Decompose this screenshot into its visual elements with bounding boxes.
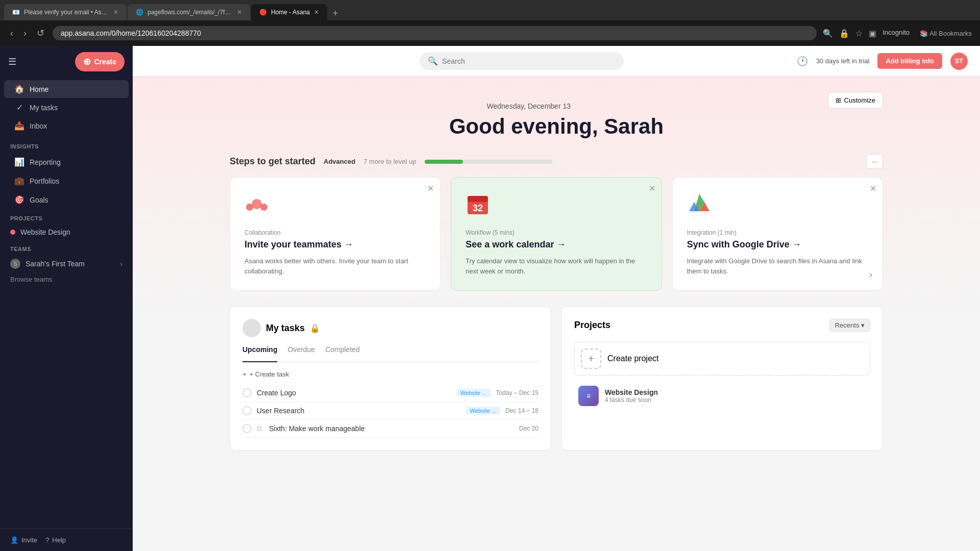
new-tab-button[interactable]: + — [328, 6, 342, 20]
star-icon[interactable]: ☆ — [855, 29, 863, 38]
tab-1[interactable]: 📧 Please verify your email • Asana ✕ — [4, 4, 127, 20]
app-container: ☰ ⊕ Create 🏠 Home ✓ My tasks 📥 Inbox Ins… — [0, 46, 980, 551]
plus-icon: + — [242, 370, 247, 378]
url-input[interactable] — [53, 26, 817, 40]
sidebar-top: ☰ ⊕ Create — [0, 46, 133, 78]
create-task-button[interactable]: + + Create task — [242, 370, 289, 378]
task-item-3: ⊡ Sixth: Make work manageable Dec 20 — [242, 420, 538, 438]
projects-title: Projects — [574, 320, 610, 331]
sidebar-item-portfolios[interactable]: 💼 Portfolios — [4, 172, 129, 190]
card-2-desc: Try calendar view to visualize how work … — [465, 256, 647, 276]
sidebar-item-goals[interactable]: 🎯 Goals — [4, 191, 129, 209]
task-1-date: Today – Dec 15 — [496, 389, 538, 396]
tab-overdue[interactable]: Overdue — [287, 345, 315, 358]
create-button[interactable]: ⊕ Create — [75, 52, 125, 71]
task-actions: + + Create task — [242, 370, 538, 378]
sidebar-team-sarahs-first[interactable]: S Sarah's First Team › — [0, 255, 133, 272]
more-options-button[interactable]: ··· — [866, 154, 883, 169]
google-drive-card: ✕ Integration (1 min) — [672, 177, 883, 291]
back-button[interactable]: ‹ — [8, 26, 15, 41]
sidebar-nav: 🏠 Home ✓ My tasks 📥 Inbox — [0, 78, 133, 137]
search-input[interactable] — [442, 57, 616, 65]
sidebar-item-inbox[interactable]: 📥 Inbox — [4, 117, 129, 135]
add-billing-button[interactable]: Add billing info — [877, 53, 942, 69]
google-drive-icon — [687, 192, 868, 221]
hamburger-menu[interactable]: ☰ — [8, 56, 16, 67]
card-1-category: Collaboration — [244, 229, 426, 236]
header-right: 🕐 30 days left in trial Add billing info… — [797, 53, 968, 70]
bookmarks-label[interactable]: 📚 All Bookmarks — [920, 30, 972, 37]
invite-button[interactable]: 👤 Invite — [10, 536, 37, 544]
task-2-name: User Research — [257, 407, 461, 415]
progress-bar-wrap — [425, 160, 552, 164]
svg-point-0 — [252, 199, 262, 209]
avatar[interactable]: ST — [950, 53, 968, 70]
card-3-category: Integration (1 min) — [687, 229, 868, 236]
card-1-close[interactable]: ✕ — [427, 184, 434, 193]
task-item-2: User Research Website ... Dec 14 – 18 — [242, 402, 538, 420]
steps-title: Steps to get started — [230, 156, 315, 167]
sidebar-item-my-tasks[interactable]: ✓ My tasks — [4, 98, 129, 116]
tab-3[interactable]: 🔴 Home - Asana ✕ — [251, 4, 327, 20]
project-sub: 4 tasks due soon — [605, 396, 658, 404]
lock-icon: 🔒 — [310, 323, 320, 333]
recents-dropdown[interactable]: Recents ▾ — [829, 319, 870, 332]
card-1-title[interactable]: Invite your teammates → — [244, 239, 426, 250]
customize-button[interactable]: ⊞ Customize — [828, 92, 883, 109]
task-item-1: Create Logo Website ... Today – Dec 15 — [242, 384, 538, 402]
content-area: ⊞ Customize Wednesday, December 13 Good … — [133, 77, 980, 551]
invite-teammates-card: ✕ Collaboration Invite your teammates → … — [230, 177, 440, 291]
help-button[interactable]: ? Help — [45, 536, 66, 544]
card-3-close[interactable]: ✕ — [870, 184, 876, 193]
card-2-close[interactable]: ✕ — [649, 184, 655, 193]
tab-3-close[interactable]: ✕ — [314, 9, 319, 16]
goals-icon: 🎯 — [14, 195, 24, 205]
steps-header: Steps to get started Advanced 7 more to … — [230, 154, 883, 169]
date-display: Wednesday, December 13 — [230, 102, 883, 110]
my-tasks-card: My tasks 🔒 Upcoming Overdue Completed + … — [230, 306, 551, 450]
extension-icon[interactable]: 🔒 — [839, 29, 849, 38]
tab-2[interactable]: 🌐 pageflows.com/_/emails/_/7fb5... ✕ — [128, 4, 250, 20]
progress-bar — [425, 160, 463, 164]
insights-section-label: Insights — [0, 137, 133, 153]
trial-text: 30 days left in trial — [816, 57, 870, 65]
tab-upcoming[interactable]: Upcoming — [242, 345, 277, 362]
content-inner: ⊞ Customize Wednesday, December 13 Good … — [199, 77, 914, 466]
sidebar-project-website-design[interactable]: Website Design — [0, 224, 133, 240]
clock-icon[interactable]: 🕐 — [797, 56, 808, 67]
sidebar-item-home[interactable]: 🏠 Home — [4, 80, 129, 98]
projects-card: Projects Recents ▾ + Create project ≡ — [561, 306, 883, 450]
inbox-icon: 📥 — [14, 121, 24, 131]
browse-teams-link[interactable]: Browse teams — [0, 272, 133, 286]
create-project-icon: + — [581, 348, 601, 369]
card-3-title[interactable]: Sync with Google Drive → — [687, 239, 868, 250]
reload-button[interactable]: ↺ — [35, 26, 46, 41]
card-3-arrow: › — [869, 269, 872, 280]
task-3-checkbox[interactable] — [242, 424, 252, 433]
work-calendar-card: ✕ 32 Workflow (5 mins) See a work calend… — [451, 177, 662, 291]
tab-completed[interactable]: Completed — [325, 345, 360, 358]
task-avatar — [242, 319, 261, 337]
project-item-website-design[interactable]: ≡ Website Design 4 tasks due soon — [574, 382, 870, 410]
help-icon: ? — [45, 536, 49, 544]
calendar-icon: 32 — [465, 192, 647, 221]
create-project-button[interactable]: + Create project — [574, 342, 870, 375]
search-icon[interactable]: 🔍 — [823, 29, 833, 38]
task-2-checkbox[interactable] — [242, 406, 252, 415]
task-1-checkbox[interactable] — [242, 388, 252, 397]
tasks-icon: ✓ — [14, 103, 24, 112]
card-2-title[interactable]: See a work calendar → — [465, 239, 647, 250]
steps-section: Steps to get started Advanced 7 more to … — [230, 154, 883, 291]
task-3-name: Sixth: Make work manageable — [269, 424, 514, 433]
task-1-tag: Website ... — [456, 389, 491, 397]
forward-button[interactable]: › — [21, 26, 29, 41]
search-bar[interactable]: 🔍 — [420, 52, 624, 70]
sidebar-item-reporting[interactable]: 📊 Reporting — [4, 153, 129, 171]
sidebar-toggle-icon[interactable]: ▣ — [869, 29, 876, 38]
tab-1-close[interactable]: ✕ — [113, 9, 118, 16]
incognito-label: Incognito — [883, 29, 910, 38]
project-name: Website Design — [605, 388, 658, 396]
tab-2-close[interactable]: ✕ — [237, 9, 242, 16]
svg-point-2 — [260, 204, 267, 211]
teams-section-label: Teams — [0, 240, 133, 255]
